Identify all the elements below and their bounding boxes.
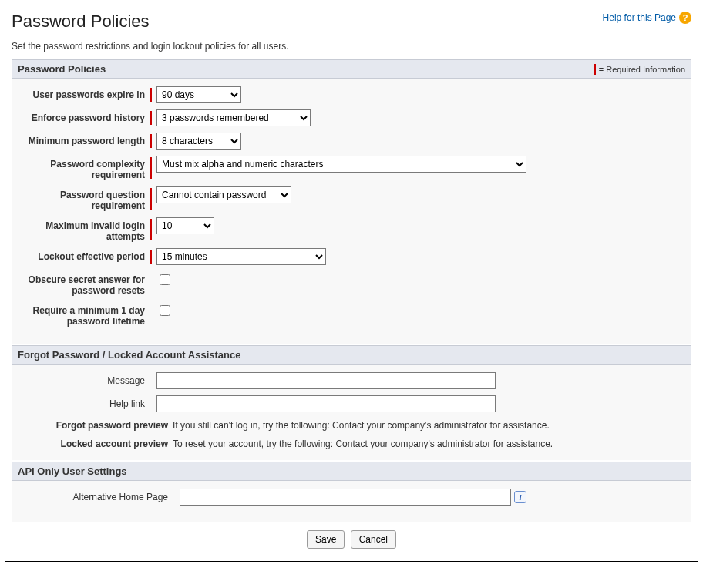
help-link-text: Help for this Page [603, 12, 676, 23]
required-info-note: = Required Information [594, 64, 685, 75]
label-obscure: Obscure secret answer for password reset… [18, 271, 145, 296]
required-indicator-empty [150, 304, 152, 325]
required-indicator-empty [150, 273, 152, 294]
select-maxinvalid[interactable]: 10 [156, 217, 214, 234]
select-complexity[interactable]: Must mix alpha and numeric characters [156, 156, 526, 173]
label-message: Message [18, 372, 145, 386]
label-althome: Alternative Home Page [18, 489, 168, 502]
required-indicator [150, 250, 152, 264]
text-forgot-preview: If you still can't log in, try the follo… [173, 418, 685, 431]
select-lockout[interactable]: 15 minutes [156, 248, 326, 265]
checkbox-min1day[interactable] [160, 305, 170, 316]
required-indicator [150, 219, 152, 240]
label-complexity: Password complexity requirement [18, 156, 145, 180]
help-icon: ? [679, 12, 691, 24]
required-indicator [150, 88, 152, 102]
required-indicator [150, 134, 152, 148]
input-althome[interactable] [180, 489, 511, 506]
label-min1day: Require a minimum 1 day password lifetim… [18, 302, 145, 327]
required-info-text: = Required Information [599, 65, 685, 74]
select-expire[interactable]: 90 days [156, 86, 241, 103]
page-title: Password Policies [12, 12, 150, 32]
input-helplink[interactable] [156, 395, 496, 412]
required-indicator [150, 157, 152, 179]
label-question: Password question requirement [18, 186, 145, 211]
save-button[interactable]: Save [307, 530, 345, 549]
label-maxinvalid: Maximum invalid login attempts [18, 217, 145, 242]
select-question[interactable]: Cannot contain password [156, 186, 291, 203]
label-minlen: Minimum password length [18, 133, 145, 146]
select-history[interactable]: 3 passwords remembered [156, 109, 311, 126]
section-title-api: API Only User Settings [18, 465, 127, 477]
help-for-page-link[interactable]: Help for this Page ? [603, 12, 691, 24]
label-locked-preview: Locked account preview [18, 437, 168, 449]
page-description: Set the password restrictions and login … [12, 41, 691, 52]
info-icon[interactable]: i [514, 491, 526, 503]
label-history: Enforce password history [18, 109, 145, 123]
required-bar-icon [594, 64, 596, 75]
required-indicator [150, 188, 152, 210]
checkbox-obscure[interactable] [160, 274, 170, 285]
label-forgot-preview: Forgot password preview [18, 418, 168, 431]
label-lockout: Lockout effective period [18, 248, 145, 262]
input-message[interactable] [156, 372, 496, 389]
section-header-forgot: Forgot Password / Locked Account Assista… [12, 345, 691, 365]
required-indicator [150, 111, 152, 125]
section-header-policies: Password Policies = Required Information [12, 59, 691, 79]
text-locked-preview: To reset your account, try the following… [173, 437, 685, 449]
section-title-forgot: Forgot Password / Locked Account Assista… [18, 349, 240, 361]
label-helplink: Help link [18, 395, 145, 409]
label-expire: User passwords expire in [18, 86, 145, 100]
cancel-button[interactable]: Cancel [351, 530, 396, 549]
section-title-policies: Password Policies [18, 63, 106, 75]
select-minlen[interactable]: 8 characters [156, 133, 241, 150]
section-header-api: API Only User Settings [12, 462, 691, 481]
